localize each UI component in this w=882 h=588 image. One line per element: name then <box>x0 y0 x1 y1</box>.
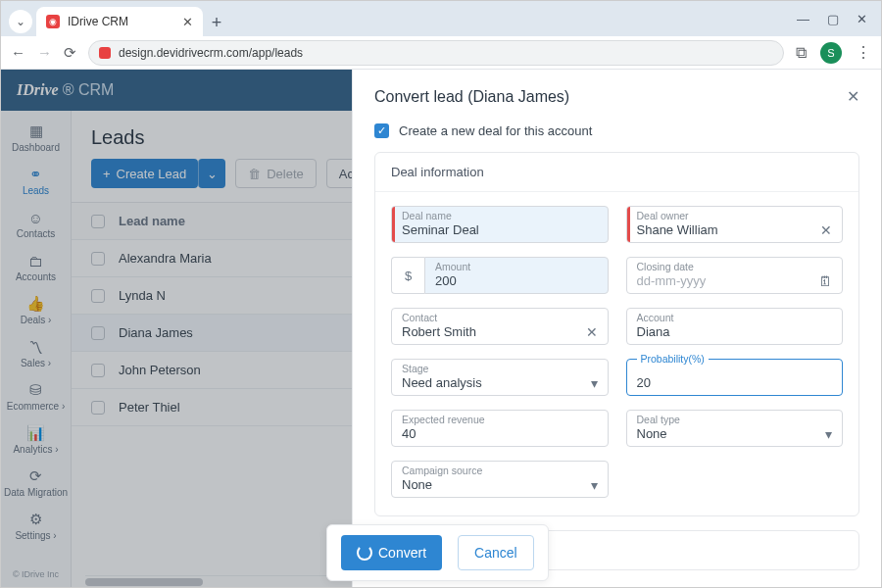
deal-owner-field[interactable]: Deal ownerShane William✕ <box>626 206 844 243</box>
probability-field[interactable]: Probability(%)20 <box>626 359 844 396</box>
back-icon[interactable]: ← <box>11 44 25 61</box>
close-window-icon[interactable]: ✕ <box>857 12 867 26</box>
convert-lead-panel: Convert lead (Diana James) ✕ ✓ Create a … <box>352 70 881 587</box>
chevron-down-icon: ▾ <box>591 477 598 493</box>
browser-toolbar: ← → ⟳ design.devidrivecrm.com/app/leads … <box>1 36 881 70</box>
tab-chevron-icon[interactable]: ⌄ <box>9 10 32 33</box>
deal-type-select[interactable]: Deal typeNone▾ <box>626 410 844 447</box>
create-deal-checkbox[interactable]: ✓ <box>374 123 389 138</box>
panel-title: Convert lead (Diana James) <box>374 88 569 106</box>
cancel-button[interactable]: Cancel <box>458 535 534 570</box>
convert-button[interactable]: Convert <box>341 535 442 570</box>
browser-tab[interactable]: ◉ IDrive CRM ✕ <box>36 7 203 36</box>
reload-icon[interactable]: ⟳ <box>64 44 76 62</box>
panel-footer: Convert Cancel <box>326 524 549 581</box>
extensions-icon[interactable]: ⧉ <box>796 44 807 62</box>
close-icon[interactable]: ✕ <box>847 87 859 106</box>
contact-field[interactable]: ContactRobert Smith✕ <box>391 308 609 345</box>
create-deal-label: Create a new deal for this account <box>399 123 592 138</box>
profile-avatar[interactable]: S <box>820 42 842 64</box>
minimize-icon[interactable]: — <box>797 12 809 26</box>
calendar-icon[interactable]: 🗓 <box>818 273 832 289</box>
url-text: design.devidrivecrm.com/app/leads <box>119 46 303 60</box>
new-tab-button[interactable]: + <box>203 9 230 36</box>
closing-date-field[interactable]: Closing datedd-mm-yyyy🗓 <box>626 257 844 294</box>
refresh-icon <box>357 545 372 561</box>
currency-prefix: $ <box>391 257 424 294</box>
chevron-down-icon: ▾ <box>825 426 832 442</box>
amount-field[interactable]: Amount200 <box>424 257 609 294</box>
maximize-icon[interactable]: ▢ <box>827 12 839 26</box>
clear-icon[interactable]: ✕ <box>820 222 832 238</box>
chevron-down-icon: ▾ <box>591 375 598 391</box>
window-controls: — ▢ ✕ <box>783 1 881 36</box>
close-icon[interactable]: ✕ <box>182 15 193 29</box>
tab-title: IDrive CRM <box>68 15 128 28</box>
clear-icon[interactable]: ✕ <box>586 324 598 340</box>
stage-select[interactable]: StageNeed analysis▾ <box>391 359 609 396</box>
card-title: Deal information <box>375 153 858 192</box>
account-field[interactable]: AccountDiana <box>626 308 844 345</box>
browser-tabbar: ⌄ ◉ IDrive CRM ✕ + — ▢ ✕ <box>1 1 881 36</box>
site-identity-icon <box>99 47 111 59</box>
kebab-menu-icon[interactable]: ⋮ <box>856 43 871 62</box>
favicon-icon: ◉ <box>46 15 60 28</box>
address-bar[interactable]: design.devidrivecrm.com/app/leads <box>88 40 784 66</box>
campaign-source-select[interactable]: Campaign sourceNone▾ <box>391 461 609 498</box>
expected-revenue-field[interactable]: Expected revenue40 <box>391 410 609 447</box>
deal-name-field[interactable]: Deal nameSeminar Deal <box>391 206 609 243</box>
forward-icon[interactable]: → <box>37 44 52 61</box>
deal-info-card: Deal information Deal nameSeminar Deal D… <box>374 152 859 516</box>
